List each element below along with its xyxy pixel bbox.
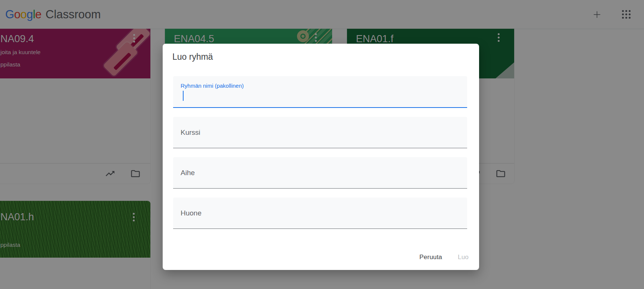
dialog-actions: Peruuta Luo bbox=[419, 252, 469, 262]
subject-label: Aihe bbox=[181, 169, 195, 177]
group-name-label: Ryhmän nimi (pakollinen) bbox=[181, 83, 244, 89]
group-name-input[interactable]: Ryhmän nimi (pakollinen) bbox=[173, 76, 467, 108]
cancel-button[interactable]: Peruuta bbox=[419, 252, 443, 262]
room-label: Huone bbox=[181, 209, 201, 217]
classroom-page: G o o g l e Classroom NA09.4 joita j bbox=[0, 0, 644, 289]
course-input[interactable]: Kurssi bbox=[173, 117, 467, 148]
subject-input[interactable]: Aihe bbox=[173, 157, 467, 189]
create-button[interactable]: Luo bbox=[457, 252, 469, 262]
room-input[interactable]: Huone bbox=[173, 198, 467, 229]
create-group-dialog: Luo ryhmä Ryhmän nimi (pakollinen) Kurss… bbox=[163, 44, 479, 270]
course-label: Kurssi bbox=[181, 128, 200, 137]
dialog-title: Luo ryhmä bbox=[172, 52, 213, 62]
text-cursor bbox=[183, 91, 184, 101]
